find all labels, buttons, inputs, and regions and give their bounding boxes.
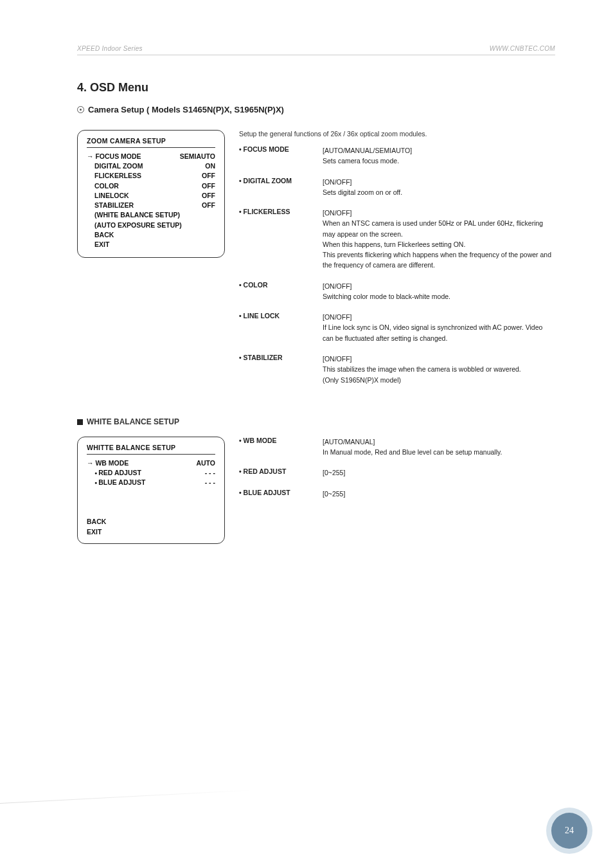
osd-value: - - - [205,478,215,487]
osd-row: STABILIZEROFF [87,201,215,210]
page-number: 24 [565,826,574,836]
osd-key: (AUTO EXPOSURE SETUP) [87,221,182,230]
header-rule [77,55,555,55]
wb-heading: WHITE BALANCE SETUP [77,417,555,426]
setting-item: FOCUS MODE[AUTO/MANUAL/SEMIAUTO]Sets cam… [239,145,555,167]
setting-label: BLUE ADJUST [239,489,323,499]
square-icon [77,419,83,425]
page-header: XPEED Indoor Series WWW.CNBTEC.COM [77,45,555,52]
setting-label: WB MODE [239,437,323,458]
section-title: 4. OSD Menu [77,81,555,95]
setting-description: [ON/OFF]This stabilizes the image when t… [323,354,555,385]
target-icon [77,106,84,113]
osd-key: FLICKERLESS [87,171,141,181]
osd-key: COLOR [87,181,119,191]
setting-item: WB MODE[AUTO/MANUAL]In Manual mode, Red … [239,437,555,458]
osd-box-title: ZOOM CAMERA SETUP [87,137,215,148]
setting-description: [ON/OFF]When an NTSC camera is used unde… [323,208,555,271]
setting-description: [AUTO/MANUAL]In Manual mode, Red and Blu… [323,437,555,458]
osd-row: (WHITE BALANCE SETUP) [87,210,215,220]
setting-label: DIGITAL ZOOM [239,177,323,198]
osd-row: FLICKERLESSOFF [87,171,215,181]
osd-key: (WHITE BALANCE SETUP) [87,210,180,220]
setting-item: FLICKERLESS[ON/OFF]When an NTSC camera i… [239,208,555,271]
setting-item: DIGITAL ZOOM[ON/OFF]Sets digital zoom on… [239,177,555,198]
page-number-badge: 24 [535,796,581,842]
osd-value: - - - [205,468,215,478]
setting-item: COLOR[ON/OFF]Switching color mode to bla… [239,281,555,302]
wb-box-title: WHITTE BALANCE SETUP [87,444,215,455]
subsection-title: Camera Setup ( Models S1465N(P)X, S1965N… [77,105,555,114]
osd-row: BACK [87,230,215,240]
osd-row: DIGITAL ZOOMON [87,161,215,171]
osd-row: BACK [87,517,215,527]
osd-row: COLOROFF [87,181,215,191]
osd-value: AUTO [196,458,215,468]
setting-item: STABILIZER[ON/OFF]This stabilizes the im… [239,354,555,385]
setting-label: RED ADJUST [239,467,323,478]
osd-row: EXIT [87,527,215,537]
osd-key: STABILIZER [87,201,134,210]
subsection-text: Camera Setup ( Models S1465N(P)X, S1965N… [88,105,284,114]
osd-value: OFF [202,201,215,210]
osd-row: FOCUS MODESEMIAUTO [87,152,215,161]
setting-label: LINE LOCK [239,312,323,343]
wb-heading-text: WHITE BALANCE SETUP [87,417,179,426]
osd-key: WB MODE [87,458,129,468]
osd-row: RED ADJUST- - - [87,468,215,478]
setting-description: [ON/OFF]Switching color mode to black-wh… [323,281,555,302]
header-right: WWW.CNBTEC.COM [490,45,555,52]
osd-row: WB MODEAUTO [87,458,215,468]
osd-row: (AUTO EXPOSURE SETUP) [87,221,215,230]
osd-key: EXIT [87,527,102,537]
setting-item: LINE LOCK[ON/OFF]If Line lock sync is ON… [239,312,555,343]
osd-key: RED ADJUST [87,468,141,478]
setting-description: [0~255] [323,489,555,499]
osd-value: OFF [202,171,215,181]
decorative-line [0,790,256,804]
osd-row: BLUE ADJUST- - - [87,478,215,487]
osd-key: EXIT [87,240,109,249]
header-left: XPEED Indoor Series [77,45,143,52]
setting-label: COLOR [239,281,323,302]
setting-description: [AUTO/MANUAL/SEMIAUTO]Sets camera focus … [323,145,555,167]
osd-value: ON [205,161,215,171]
setting-description: [ON/OFF]If Line lock sync is ON, video s… [323,312,555,343]
setting-label: STABILIZER [239,354,323,385]
wb-setup-box: WHITTE BALANCE SETUP WB MODEAUTORED ADJU… [77,437,225,544]
osd-key: BACK [87,517,106,527]
setting-item: BLUE ADJUST[0~255] [239,489,555,499]
osd-key: BLUE ADJUST [87,478,145,487]
setting-description: [ON/OFF]Sets digital zoom on or off. [323,177,555,198]
setting-description: [0~255] [323,467,555,478]
page-footer: 24 [535,796,581,842]
setting-label: FOCUS MODE [239,145,323,167]
osd-key: DIGITAL ZOOM [87,161,143,171]
osd-key: FOCUS MODE [87,152,141,161]
setting-item: RED ADJUST[0~255] [239,467,555,478]
osd-value: OFF [202,191,215,201]
osd-value: SEMIAUTO [180,152,215,161]
osd-row: LINELOCKOFF [87,191,215,201]
zoom-camera-setup-box: ZOOM CAMERA SETUP FOCUS MODESEMIAUTODIGI… [77,130,225,258]
osd-row: EXIT [87,240,215,249]
setting-label: FLICKERLESS [239,208,323,271]
intro-text: Setup the general functions of 26x / 36x… [239,130,555,138]
osd-key: LINELOCK [87,191,129,201]
osd-key: BACK [87,230,114,240]
osd-value: OFF [202,181,215,191]
